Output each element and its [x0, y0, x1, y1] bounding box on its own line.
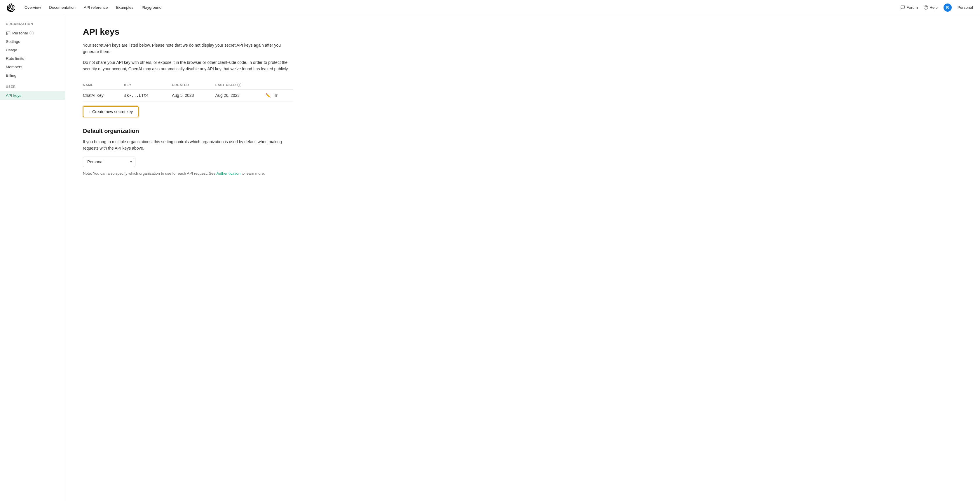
key-last-used-cell: Aug 26, 2023 [215, 89, 266, 101]
user-avatar[interactable]: R [943, 3, 952, 12]
authentication-link[interactable]: Authentication [216, 171, 240, 176]
sidebar-item-rate-limits[interactable]: Rate limits [0, 54, 65, 63]
help-icon [924, 5, 928, 10]
api-keys-label: API keys [6, 93, 21, 98]
rate-limits-label: Rate limits [6, 56, 24, 61]
sidebar-item-members[interactable]: Members [0, 63, 65, 71]
key-created-cell: Aug 5, 2023 [172, 89, 215, 101]
page-layout: ORGANIZATION Personal i Settings Usage R… [0, 15, 980, 501]
sidebar-item-api-keys[interactable]: API keys [0, 91, 65, 100]
usage-label: Usage [6, 48, 17, 52]
api-keys-table: NAME KEY CREATED LAST USED i ChatAI Key … [83, 81, 293, 101]
page-title: API keys [83, 27, 340, 37]
last-used-info-icon[interactable]: i [237, 83, 241, 87]
edit-key-icon[interactable]: ✏️ [266, 93, 270, 98]
openai-logo[interactable] [7, 3, 15, 12]
main-content: API keys Your secret API keys are listed… [65, 15, 357, 501]
nav-examples[interactable]: Examples [116, 5, 134, 10]
nav-links: Overview Documentation API reference Exa… [24, 5, 161, 10]
forum-link[interactable]: Forum [900, 5, 918, 10]
building-icon [6, 31, 11, 35]
forum-icon [900, 5, 905, 10]
default-org-desc: If you belong to multiple organizations,… [83, 138, 293, 152]
sidebar-item-billing[interactable]: Billing [0, 71, 65, 79]
nav-api-reference[interactable]: API reference [84, 5, 108, 10]
user-section-label: USER [0, 85, 65, 91]
members-label: Members [6, 65, 22, 69]
personal-label: Personal [12, 31, 28, 35]
page-desc-2: Do not share your API key with others, o… [83, 59, 293, 72]
table-row: ChatAI Key sk-...LTt4 Aug 5, 2023 Aug 26… [83, 89, 293, 101]
col-created: CREATED [172, 81, 215, 90]
col-name: NAME [83, 81, 124, 90]
org-select-wrapper: Personal ▾ [83, 157, 135, 167]
svg-rect-1 [6, 32, 10, 35]
create-secret-key-button[interactable]: + Create new secret key [83, 106, 138, 117]
page-desc-1: Your secret API keys are listed below. P… [83, 42, 293, 55]
personal-info-icon[interactable]: i [29, 31, 34, 35]
nav-documentation[interactable]: Documentation [49, 5, 76, 10]
username-label[interactable]: Personal [958, 5, 973, 10]
delete-key-icon[interactable]: 🗑 [274, 93, 278, 98]
billing-label: Billing [6, 73, 16, 78]
key-actions: ✏️ 🗑 [266, 93, 290, 98]
help-link[interactable]: Help [924, 5, 938, 10]
sidebar-item-usage[interactable]: Usage [0, 46, 65, 54]
sidebar: ORGANIZATION Personal i Settings Usage R… [0, 15, 65, 501]
sidebar-item-personal[interactable]: Personal i [0, 29, 65, 37]
settings-label: Settings [6, 40, 20, 44]
key-value-cell: sk-...LTt4 [124, 89, 172, 101]
nav-overview[interactable]: Overview [24, 5, 41, 10]
key-name-cell: ChatAI Key [83, 89, 124, 101]
sidebar-item-settings[interactable]: Settings [0, 37, 65, 46]
col-key: KEY [124, 81, 172, 90]
nav-right: Forum Help R Personal [900, 3, 973, 12]
nav-playground[interactable]: Playground [142, 5, 161, 10]
org-select[interactable]: Personal [83, 157, 135, 167]
org-section-label: ORGANIZATION [0, 22, 65, 29]
default-org-title: Default organization [83, 128, 340, 135]
note-text: Note: You can also specify which organiz… [83, 171, 293, 176]
top-navigation: Overview Documentation API reference Exa… [0, 0, 980, 15]
col-last-used: LAST USED i [215, 81, 266, 90]
